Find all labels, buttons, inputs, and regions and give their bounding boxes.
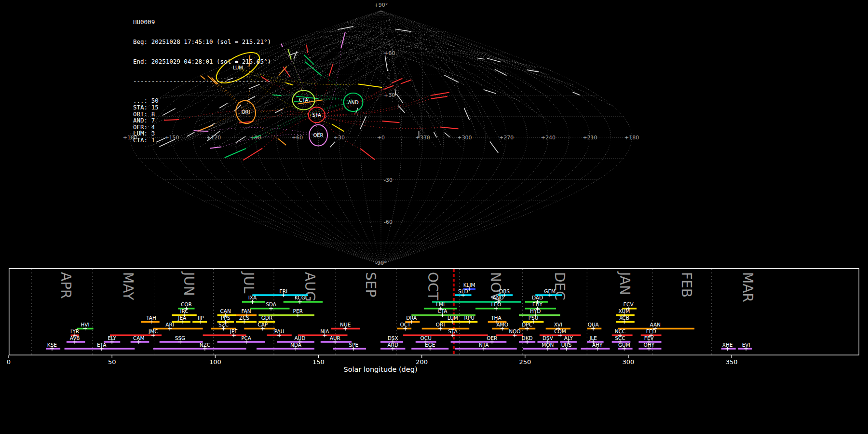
shower-bar-ORI: ORI	[422, 322, 470, 331]
shower-label-KCG: KCG	[295, 295, 305, 300]
shower-label-AMO: AMO	[496, 322, 508, 327]
meteor-trail-sporadic	[395, 89, 396, 95]
count-row-LUM: LUM: 3	[133, 130, 271, 137]
shower-label-AHY: AHY	[592, 342, 603, 348]
shower-bar-NTA: NTA	[455, 342, 516, 351]
shower-bar-XCB: XCB	[616, 315, 635, 324]
x-tick-label-350: 350	[726, 358, 738, 366]
meteor-trail-sporadic	[434, 132, 437, 138]
shower-bar-DPC: DPC	[519, 322, 535, 331]
shower-label-PPS: PPS	[221, 315, 231, 321]
shower-label-XVI: XVI	[554, 322, 562, 327]
shower-bar-URS: URS	[560, 342, 577, 351]
x-tick-label-200: 200	[416, 358, 428, 366]
separator-line: --------------------------------------	[133, 78, 271, 85]
meteor-trail-STA	[431, 96, 448, 99]
shower-bar-AVB: AVB	[67, 335, 85, 344]
station-id: HU0009	[133, 19, 271, 26]
x-tick-label-50: 50	[108, 358, 116, 366]
shower-label-XUM: XUM	[618, 308, 630, 314]
shower-bar-STA: STA	[403, 328, 488, 338]
info-panel: HU0009 Beg: 20251028 17:45:10 (sol = 215…	[133, 6, 271, 150]
shower-bar-NOO: NOO	[496, 328, 523, 338]
activity-timeline-chart: APRMAYJUNJULAUGSEPOCTNOVDECJANFEBMARKLIM…	[0, 268, 868, 384]
meteor-trail-LUM	[332, 124, 344, 132]
shower-label-NUE: NUE	[340, 322, 351, 327]
shower-label-DAD: DAD	[532, 295, 543, 300]
shower-label-AUD: AUD	[294, 335, 305, 341]
shower-label-KLIM: KLIM	[463, 282, 475, 288]
shower-label-ORI: ORI	[436, 322, 445, 327]
shower-label-AUR: AUR	[330, 335, 340, 341]
shower-label-COR: COR	[181, 301, 192, 307]
shower-bar-LEO: LEO	[475, 301, 511, 311]
shower-bar-ARI: ARI	[153, 322, 203, 331]
shower-label-NOO: NOO	[509, 328, 520, 334]
shower-label-OHY: OHY	[644, 342, 655, 348]
shower-bar-ARD: ARD	[380, 342, 405, 351]
shower-label-JLE: JLE	[589, 335, 597, 341]
shower-label-SCC: SCC	[615, 335, 625, 341]
shower-bar-SSG: SSG	[160, 335, 203, 344]
month-label-SEP: SEP	[363, 272, 379, 297]
shower-label-ZCS: ZCS	[239, 315, 250, 321]
south-pole-label: -90°	[375, 260, 386, 266]
meteor-path-AND	[314, 65, 353, 102]
lon-label-+60: +60	[292, 135, 303, 141]
shower-label-LUM: LUM	[448, 315, 458, 321]
meteor-trail-STA	[383, 86, 393, 90]
meteor-trail-sporadic	[487, 58, 501, 62]
x-tick-label-150: 150	[312, 358, 325, 366]
lat-label--30: -30	[384, 177, 393, 183]
shower-label-DPC: DPC	[522, 322, 532, 327]
shower-bar-NUE: NUE	[331, 322, 360, 331]
shower-label-LYR: LYR	[70, 328, 79, 334]
shower-label-FAN: FAN	[242, 308, 251, 314]
shower-bar-DKD: DKD	[519, 335, 535, 344]
meteor-path-AND	[322, 76, 353, 102]
meteor-path-sporadic	[366, 34, 447, 131]
meteor-path-sporadic	[360, 40, 573, 85]
meteor-trail-OER	[275, 29, 283, 47]
month-label-APR: APR	[58, 272, 74, 299]
meteor-trail-sporadic	[484, 90, 496, 94]
shower-label-SDA: SDA	[266, 301, 277, 307]
shower-label-STA: STA	[448, 328, 458, 334]
shower-label-ARI: ARI	[165, 322, 174, 327]
shower-bar-AUR: AUR	[321, 335, 352, 344]
radiant-label-AND: AND	[348, 100, 358, 105]
lon-label-+180: +180	[624, 135, 639, 141]
shower-bar-PCA: PCA	[217, 335, 265, 344]
month-label-JUN: JUN	[181, 271, 197, 296]
shower-label-NCC: NCC	[615, 328, 626, 334]
radiant-label-STA: STA	[312, 112, 321, 118]
shower-label-ARD: ARD	[387, 342, 398, 348]
shower-label-FED: FED	[646, 328, 656, 334]
meteor-trail-sporadic	[464, 108, 469, 121]
month-label-JUL: JUL	[241, 271, 257, 294]
shower-label-NDA: NDA	[290, 342, 302, 348]
shower-label-CAM: CAM	[133, 335, 145, 341]
meteor-path-sporadic	[422, 28, 645, 123]
lon-label-+330: +330	[416, 135, 430, 141]
meteor-trail-LUM	[285, 83, 293, 85]
meteor-path-sporadic	[323, 19, 390, 32]
shower-label-JEA: JEA	[177, 315, 187, 321]
meteor-path-OER	[318, 48, 341, 136]
shower-label-PCA: PCA	[241, 335, 252, 341]
meteor-trail-STA	[307, 45, 308, 53]
shower-bar-GUM: GUM	[618, 342, 633, 351]
meteor-trail-sporadic	[444, 75, 458, 82]
shower-bar-KSE: KSE	[46, 342, 60, 351]
shower-label-RPU: RPU	[464, 315, 475, 321]
shower-label-ELY: ELY	[108, 335, 116, 341]
shower-label-AND: AND	[493, 295, 504, 300]
meteor-trail-sporadic	[490, 141, 498, 153]
shower-bar-ZCS: ZCS	[236, 315, 257, 324]
shower-label-JPE: JPE	[230, 328, 238, 334]
shower-label-NTA: NTA	[479, 342, 489, 348]
shower-label-DKD: DKD	[522, 335, 533, 341]
shower-bar-AHY: AHY	[581, 342, 610, 351]
end-time-line: End: 20251029 04:28:01 (sol = 215.65°)	[133, 58, 271, 65]
month-label-MAY: MAY	[120, 272, 136, 300]
